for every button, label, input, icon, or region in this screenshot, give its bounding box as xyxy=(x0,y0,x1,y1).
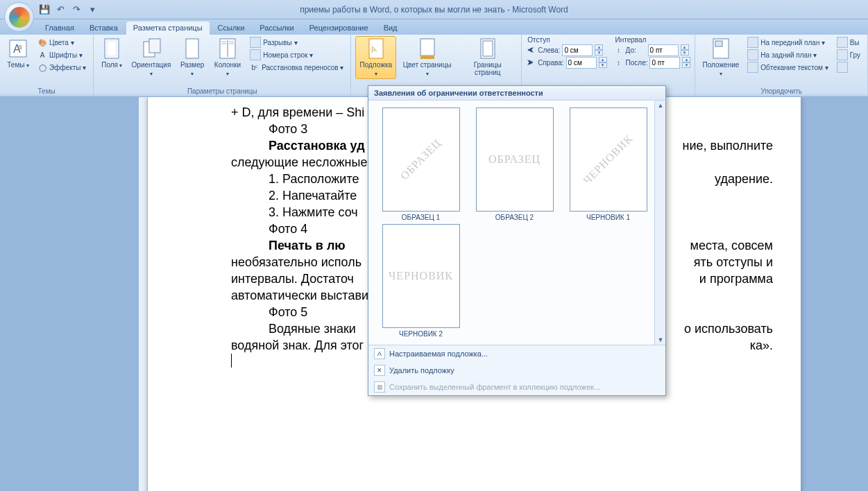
bring-front-icon xyxy=(747,37,758,48)
watermark-label: ОБРАЗЕЦ 1 xyxy=(402,214,440,221)
position-icon xyxy=(710,37,732,60)
indent-right-input[interactable] xyxy=(566,57,597,69)
text-wrap-button[interactable]: Обтекание текстом ▾ xyxy=(744,61,831,74)
group-button[interactable]: Гру xyxy=(834,49,863,61)
send-back-button[interactable]: На задний план ▾ xyxy=(744,49,831,61)
orientation-button[interactable]: Ориентация xyxy=(128,36,173,79)
menu-item-label: Настраиваемая подложка... xyxy=(389,350,488,358)
tab-view[interactable]: Вид xyxy=(377,21,405,35)
indent-right-row: ⮞Справа:▲▼ xyxy=(526,56,606,69)
columns-button[interactable]: Колонки xyxy=(211,36,244,79)
breaks-icon xyxy=(250,37,261,48)
menu-item-label: Удалить подложку xyxy=(389,366,454,374)
tab-references[interactable]: Ссылки xyxy=(211,21,252,35)
themes-button[interactable]: Aa Темы xyxy=(4,36,32,71)
qat-customize-icon[interactable]: ▾ xyxy=(85,3,99,17)
group-themes: Aa Темы 🎨Цвета ▾ AШрифты ▾ ◯Эффекты ▾ Те… xyxy=(0,35,94,96)
watermark-label: ЧЕРНОВИК 1 xyxy=(586,214,630,221)
svg-rect-6 xyxy=(149,39,160,53)
svg-text:a: a xyxy=(18,43,22,51)
office-button[interactable] xyxy=(4,2,34,32)
breaks-button[interactable]: Разрывы ▾ xyxy=(247,36,346,49)
page-borders-button[interactable]: Границы страниц xyxy=(458,36,517,78)
page-borders-icon xyxy=(477,37,499,60)
window-title: приемы работы в Word, о которых вы могли… xyxy=(0,5,868,15)
watermark-preview: ЧЕРНОВИК xyxy=(570,107,647,212)
line-numbers-button[interactable]: Номера строк ▾ xyxy=(247,49,346,61)
hyphenation-button[interactable]: bᶜРасстановка переносов ▾ xyxy=(247,61,346,74)
watermark-label: ОБРАЗЕЦ 2 xyxy=(495,214,534,221)
spin-down[interactable]: ▼ xyxy=(595,50,603,55)
spin-down[interactable]: ▼ xyxy=(599,62,607,68)
bring-front-button[interactable]: На передний план ▾ xyxy=(744,36,831,49)
margins-icon xyxy=(101,37,123,60)
size-button[interactable]: Размер xyxy=(177,36,208,79)
indent-left-icon: ⮜ xyxy=(526,45,536,55)
watermark-gallery-panel: Заявления об ограничении ответственности… xyxy=(368,85,666,396)
themes-icon: Aa xyxy=(7,37,29,60)
watermark-preview: ОБРАЗЕЦ xyxy=(382,107,460,212)
undo-icon[interactable]: ↶ xyxy=(53,3,67,17)
title-bar: 💾 ↶ ↷ ▾ приемы работы в Word, о которых … xyxy=(0,0,868,19)
page-color-button[interactable]: Цвет страницы xyxy=(399,36,455,79)
group-arrange: Положение На передний план ▾ На задний п… xyxy=(695,35,868,96)
indent-right-icon: ⮞ xyxy=(526,58,536,67)
redo-icon[interactable]: ↷ xyxy=(69,3,83,17)
indent-left-row: ⮜Слева:▲▼ xyxy=(526,44,606,56)
watermark-menu-item-2: ▦Сохранить выделенный фрагмент в коллекц… xyxy=(368,379,665,395)
watermark-icon: A xyxy=(365,37,387,60)
theme-colors-button[interactable]: 🎨Цвета ▾ xyxy=(35,36,89,49)
menu-item-label: Сохранить выделенный фрагмент в коллекци… xyxy=(389,383,600,391)
rotate-button[interactable] xyxy=(834,61,863,74)
spacing-after-row: ↕После:▲▼ xyxy=(614,56,691,69)
spacing-label: Интервал xyxy=(614,36,691,44)
menu-item-icon: A xyxy=(374,348,385,359)
indent-label: Отступ xyxy=(526,36,606,44)
effects-icon: ◯ xyxy=(37,62,47,72)
group-page-setup: Поля Ориентация Размер Колонки Разрывы ▾… xyxy=(94,35,351,96)
svg-rect-7 xyxy=(186,39,198,58)
svg-rect-16 xyxy=(420,39,434,55)
gallery-scrollbar[interactable]: ▲▼ xyxy=(654,101,665,345)
line-numbers-icon xyxy=(250,49,261,60)
spacing-after-input[interactable] xyxy=(649,57,680,69)
menu-item-icon: ▦ xyxy=(374,381,385,393)
tab-home[interactable]: Главная xyxy=(38,21,81,35)
spin-down[interactable]: ▼ xyxy=(682,62,690,68)
tab-insert[interactable]: Вставка xyxy=(83,21,125,35)
watermark-option-2[interactable]: ЧЕРНОВИКЧЕРНОВИК 1 xyxy=(561,106,655,223)
theme-effects-button[interactable]: ◯Эффекты ▾ xyxy=(35,61,89,74)
text-wrap-icon xyxy=(747,62,758,73)
position-button[interactable]: Положение xyxy=(699,36,742,79)
watermark-button[interactable]: AПодложка xyxy=(355,36,396,79)
spacing-before-row: ↕До:▲▼ xyxy=(614,44,691,56)
spacing-after-icon: ↕ xyxy=(614,58,624,67)
watermark-option-0[interactable]: ОБРАЗЕЦОБРАЗЕЦ 1 xyxy=(374,106,468,223)
align-button[interactable]: Вы xyxy=(834,36,863,49)
spin-down[interactable]: ▼ xyxy=(681,50,689,55)
tab-page-layout[interactable]: Разметка страницы xyxy=(126,21,210,35)
watermark-menu-item-0[interactable]: AНастраиваемая подложка... xyxy=(368,345,665,362)
watermark-option-1[interactable]: ОБРАЗЕЦОБРАЗЕЦ 2 xyxy=(468,106,561,223)
tab-mailings[interactable]: Рассылки xyxy=(253,21,300,35)
scroll-up-icon[interactable]: ▲ xyxy=(658,102,664,109)
fonts-icon: A xyxy=(37,50,47,60)
send-back-icon xyxy=(747,49,758,60)
margins-button[interactable]: Поля xyxy=(98,36,126,71)
quick-access-toolbar: 💾 ↶ ↷ ▾ xyxy=(37,3,99,17)
tab-review[interactable]: Рецензирование xyxy=(303,21,375,35)
spin-up[interactable]: ▲ xyxy=(595,44,603,50)
theme-fonts-button[interactable]: AШрифты ▾ xyxy=(35,49,89,61)
scroll-down-icon[interactable]: ▼ xyxy=(658,336,664,343)
watermark-preview: ЧЕРНОВИК xyxy=(382,224,460,328)
save-icon[interactable]: 💾 xyxy=(37,3,51,17)
watermark-option-3[interactable]: ЧЕРНОВИКЧЕРНОВИК 2 xyxy=(374,223,468,339)
spin-up[interactable]: ▲ xyxy=(599,57,607,62)
spin-up[interactable]: ▲ xyxy=(682,57,690,62)
indent-left-input[interactable] xyxy=(562,44,593,56)
watermark-menu: AНастраиваемая подложка...✕Удалить подло… xyxy=(368,345,665,395)
spacing-before-input[interactable] xyxy=(648,44,679,56)
spin-up[interactable]: ▲ xyxy=(681,44,689,50)
vertical-ruler xyxy=(139,97,148,491)
watermark-menu-item-1[interactable]: ✕Удалить подложку xyxy=(368,362,665,379)
